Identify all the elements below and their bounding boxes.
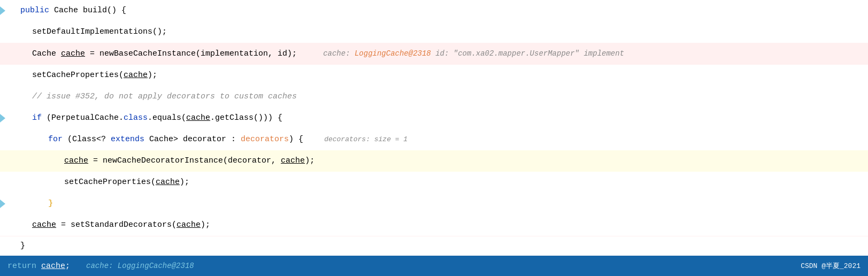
keyword-public: public (20, 6, 54, 15)
line-content-2: setDefaultImplementations(); (16, 22, 868, 42)
line-content-6: if (PerpetualCache.class.equals(cache.ge… (16, 109, 868, 128)
line-content-10: } (16, 194, 868, 213)
csdn-watermark: CSDN @半夏_2021 (801, 261, 861, 271)
closing-brace-final: } (20, 236, 25, 256)
method-build: build (83, 6, 107, 15)
code-line-8: cache = newCacheDecoratorInstance(decora… (0, 150, 868, 172)
type-cache: Cache (54, 6, 83, 15)
line-content-8: cache = newCacheDecoratorInstance(decora… (16, 151, 868, 171)
code-line-4: setCacheProperties(cache); (0, 65, 868, 86)
code-line-10: } (0, 193, 868, 214)
bottom-bar: return cache; cache: LoggingCache@2318 C… (0, 256, 868, 276)
line-content-4: setCacheProperties(cache); (16, 66, 868, 85)
line-content-1: public Cache build() { (16, 1, 868, 20)
line-content-5: // issue #352, do not apply decorators t… (16, 87, 868, 106)
line-content-11: cache = setStandardDecorators(cache); (16, 216, 868, 235)
line-content-3: Cache cache = newBaseCacheInstance(imple… (16, 44, 868, 64)
debug-bottom: cache: LoggingCache@2318 (86, 262, 194, 270)
code-last-line (0, 236, 868, 256)
bookmark-icon-1 (0, 6, 5, 15)
code-line-6: if (PerpetualCache.class.equals(cache.ge… (0, 108, 868, 129)
code-line-3: Cache cache = newBaseCacheInstance(imple… (0, 43, 868, 65)
debug-line7: decorators: size = 1 (324, 135, 408, 143)
code-line-9: setCacheProperties(cache); (0, 172, 868, 193)
code-editor: public Cache build() { setDefaultImpleme… (0, 0, 868, 276)
bookmark-icon-10 (0, 200, 5, 208)
code-line-7: for (Class<? extends Cache> decorator : … (0, 129, 868, 150)
line-content-7: for (Class<? extends Cache> decorator : … (16, 130, 868, 149)
bookmark-icon-6 (0, 114, 5, 122)
code-line-2: setDefaultImplementations(); (0, 21, 868, 43)
return-statement: return cache; (7, 262, 70, 271)
code-line-5: // issue #352, do not apply decorators t… (0, 86, 868, 108)
line-content-9: setCacheProperties(cache); (16, 173, 868, 192)
code-line-1: public Cache build() { (0, 0, 868, 21)
debug-line3: cache: LoggingCache@2318 id: "com.xa02.m… (323, 49, 624, 58)
code-line-11: cache = setStandardDecorators(cache); (0, 214, 868, 236)
